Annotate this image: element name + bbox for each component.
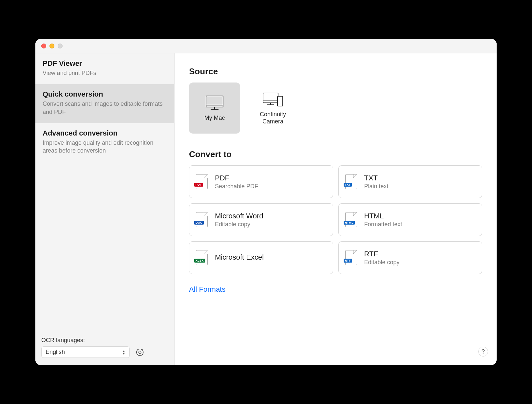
format-txt[interactable]: TXT TXT Plain text: [338, 165, 483, 198]
window-body: PDF Viewer View and print PDFs Quick con…: [35, 53, 497, 365]
format-sub: Editable copy: [215, 221, 263, 228]
xlsx-file-icon: XLSX: [196, 250, 208, 265]
format-sub: Formatted text: [364, 221, 402, 228]
format-excel[interactable]: XLSX Microsoft Excel: [189, 241, 333, 274]
source-label: Continuity Camera: [251, 111, 295, 125]
formats-grid: PDF PDF Searchable PDF TXT TXT Plain tex…: [189, 165, 482, 274]
app-window: PDF Viewer View and print PDFs Quick con…: [35, 39, 497, 365]
source-continuity-camera[interactable]: Continuity Camera: [247, 83, 298, 134]
zoom-icon: [58, 44, 63, 48]
sidebar: PDF Viewer View and print PDFs Quick con…: [35, 53, 175, 365]
format-pdf[interactable]: PDF PDF Searchable PDF: [189, 165, 333, 198]
close-icon[interactable]: [41, 44, 46, 48]
format-html[interactable]: HTML HTML Formatted text: [338, 203, 483, 236]
titlebar: [35, 39, 497, 53]
sidebar-footer: OCR languages: English ▲▼: [35, 332, 174, 365]
sidebar-item-desc: Convert scans and images to editable for…: [43, 100, 167, 116]
ocr-languages-label: OCR languages:: [41, 337, 168, 344]
chevron-up-down-icon: ▲▼: [122, 350, 125, 355]
sidebar-item-desc: Improve image quality and edit recogniti…: [43, 139, 167, 155]
help-button[interactable]: ?: [478, 347, 488, 357]
sidebar-item-quick-conversion[interactable]: Quick conversion Convert scans and image…: [35, 84, 174, 123]
continuity-camera-icon: [262, 91, 284, 107]
txt-file-icon: TXT: [345, 174, 357, 189]
source-row: My Mac Continuity Camera: [189, 83, 482, 134]
source-heading: Source: [189, 66, 482, 77]
format-title: TXT: [364, 174, 389, 182]
format-title: PDF: [215, 174, 258, 182]
convert-heading: Convert to: [189, 149, 482, 159]
sidebar-item-title: Advanced conversion: [43, 129, 167, 138]
gear-icon: [135, 348, 144, 357]
format-title: Microsoft Excel: [215, 253, 264, 262]
sidebar-item-title: PDF Viewer: [43, 59, 167, 68]
format-rtf[interactable]: RTF RTF Editable copy: [338, 241, 483, 274]
sidebar-items: PDF Viewer View and print PDFs Quick con…: [35, 53, 174, 332]
sidebar-item-desc: View and print PDFs: [43, 69, 167, 77]
source-my-mac[interactable]: My Mac: [189, 83, 240, 134]
svg-point-1: [137, 349, 143, 356]
sidebar-item-pdf-viewer[interactable]: PDF Viewer View and print PDFs: [35, 53, 174, 84]
format-sub: Searchable PDF: [215, 183, 258, 190]
settings-button[interactable]: [134, 347, 145, 358]
pdf-file-icon: PDF: [196, 174, 208, 189]
format-title: HTML: [364, 212, 402, 220]
sidebar-item-advanced-conversion[interactable]: Advanced conversion Improve image qualit…: [35, 123, 174, 162]
minimize-icon[interactable]: [49, 44, 54, 48]
help-icon: ?: [482, 348, 485, 355]
main-panel: Source My Mac: [175, 53, 497, 365]
rtf-file-icon: RTF: [345, 250, 357, 265]
format-title: RTF: [364, 250, 400, 258]
desktop-icon: [204, 95, 225, 111]
sidebar-item-title: Quick conversion: [43, 90, 167, 99]
svg-rect-10: [277, 96, 283, 106]
format-sub: Plain text: [364, 183, 389, 190]
ocr-language-value: English: [46, 349, 65, 356]
html-file-icon: HTML: [345, 212, 357, 227]
format-word[interactable]: DOC Microsoft Word Editable copy: [189, 203, 333, 236]
doc-file-icon: DOC: [196, 212, 208, 227]
all-formats-link[interactable]: All Formats: [189, 285, 482, 294]
ocr-language-select[interactable]: English ▲▼: [41, 346, 130, 358]
format-sub: Editable copy: [364, 259, 400, 266]
source-label: My Mac: [204, 114, 225, 122]
svg-rect-6: [263, 93, 278, 103]
format-title: Microsoft Word: [215, 212, 263, 220]
svg-point-0: [139, 351, 141, 353]
ocr-row: English ▲▼: [41, 346, 168, 358]
